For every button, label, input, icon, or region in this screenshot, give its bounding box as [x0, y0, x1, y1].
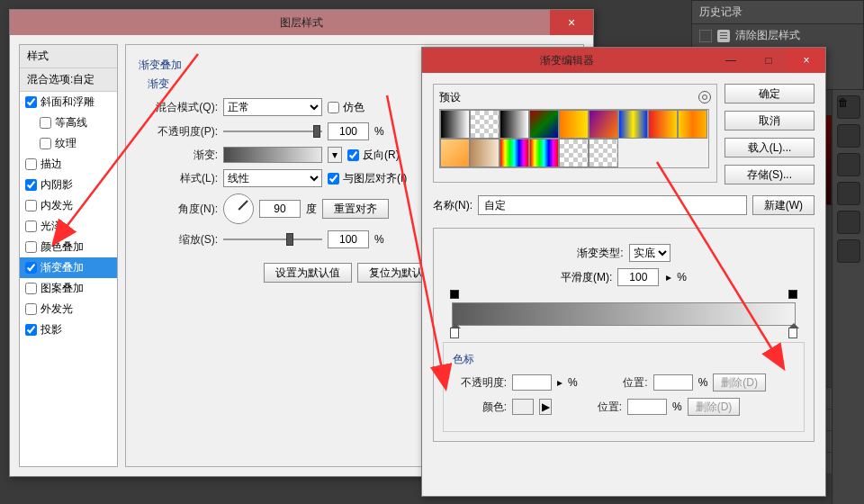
- history-item[interactable]: 清除图层样式: [692, 24, 863, 47]
- style-label: 图案叠加: [40, 281, 84, 296]
- new-button[interactable]: 新建(W): [752, 195, 814, 215]
- opacity-stop-right[interactable]: [788, 290, 797, 299]
- name-label: 名称(N):: [433, 198, 472, 213]
- blend-header[interactable]: 混合选项:自定: [20, 68, 117, 92]
- preset-swatch[interactable]: [470, 110, 500, 139]
- styles-header[interactable]: 样式: [20, 45, 117, 68]
- style-item-外发光[interactable]: 外发光: [20, 299, 117, 320]
- tool-icon[interactable]: [837, 211, 860, 234]
- gradient-picker[interactable]: [223, 147, 322, 163]
- scale-input[interactable]: [328, 230, 369, 248]
- smooth-input[interactable]: [617, 268, 659, 286]
- history-checkbox-icon: [699, 30, 712, 42]
- preset-swatch[interactable]: [500, 110, 529, 139]
- tool-icon[interactable]: 🗑: [837, 95, 860, 119]
- geditor-titlebar[interactable]: 渐变编辑器 — □ ×: [422, 48, 825, 73]
- style-checkbox[interactable]: [40, 138, 51, 149]
- tool-icon[interactable]: [837, 239, 860, 263]
- style-item-渐变叠加[interactable]: 渐变叠加: [20, 257, 117, 278]
- tool-icon[interactable]: [837, 153, 860, 176]
- type-label: 渐变类型:: [577, 246, 623, 261]
- preset-swatch[interactable]: [440, 139, 470, 167]
- preset-swatch[interactable]: [529, 139, 559, 167]
- style-item-颜色叠加[interactable]: 颜色叠加: [20, 237, 117, 257]
- preset-swatch[interactable]: [440, 110, 470, 139]
- save-button[interactable]: 存储(S)...: [724, 165, 814, 184]
- align-checkbox[interactable]: 与图层对齐(I): [328, 171, 407, 186]
- color-swatch: [512, 399, 534, 415]
- dropdown-icon[interactable]: ▾: [328, 147, 342, 163]
- angle-unit: 度: [306, 202, 317, 217]
- delete-color-stop-button: 删除(D): [688, 398, 741, 416]
- preset-swatch[interactable]: [589, 139, 618, 167]
- gradient-type-group: 渐变类型: 实底 平滑度(M): ▸ % 色标 不透明度: ▸: [433, 228, 814, 442]
- style-checkbox[interactable]: [25, 200, 37, 212]
- style-checkbox[interactable]: [25, 220, 37, 232]
- style-item-纹理[interactable]: 纹理: [20, 133, 117, 154]
- name-input[interactable]: [478, 195, 747, 215]
- style-checkbox[interactable]: [25, 179, 37, 191]
- blend-mode-select[interactable]: 正常: [223, 98, 322, 116]
- tool-icon[interactable]: [837, 124, 860, 148]
- style-item-图案叠加[interactable]: 图案叠加: [20, 278, 117, 299]
- tool-icon[interactable]: [837, 182, 860, 205]
- opacity-stop-left[interactable]: [450, 290, 459, 299]
- cancel-button[interactable]: 取消: [724, 111, 814, 130]
- document-icon: [717, 30, 730, 42]
- style-checkbox[interactable]: [25, 262, 37, 274]
- scale-label: 缩放(S):: [139, 232, 218, 248]
- style-select[interactable]: 线性: [223, 169, 322, 187]
- geditor-right-buttons: 确定 取消 载入(L)... 存储(S)...: [724, 84, 814, 184]
- preset-swatch[interactable]: [618, 110, 648, 139]
- dither-checkbox[interactable]: 仿色: [328, 100, 364, 115]
- preset-swatch[interactable]: [500, 139, 529, 167]
- style-checkbox[interactable]: [25, 96, 37, 108]
- preset-swatch[interactable]: [559, 139, 589, 167]
- color-stop-right[interactable]: [788, 328, 797, 338]
- style-label: 外发光: [40, 302, 73, 317]
- close-button[interactable]: ×: [550, 10, 593, 35]
- style-item-描边[interactable]: 描边: [20, 154, 117, 175]
- scale-slider[interactable]: [223, 236, 322, 243]
- angle-dial[interactable]: [223, 194, 254, 224]
- style-checkbox[interactable]: [25, 283, 37, 294]
- gradient-edit-bar[interactable]: [452, 302, 796, 326]
- preset-swatch[interactable]: [678, 110, 707, 139]
- presets-label: 预设: [439, 90, 461, 105]
- style-item-内发光[interactable]: 内发光: [20, 195, 117, 216]
- preset-swatch[interactable]: [470, 139, 500, 167]
- style-checkbox[interactable]: [40, 117, 51, 129]
- preset-swatch[interactable]: [589, 110, 618, 139]
- close-button[interactable]: ×: [788, 48, 825, 73]
- angle-input[interactable]: [259, 200, 301, 218]
- opacity-slider[interactable]: [223, 128, 322, 135]
- opacity-label: 不透明度(P):: [139, 124, 218, 140]
- style-checkbox[interactable]: [25, 241, 37, 253]
- preset-swatch[interactable]: [529, 110, 559, 139]
- gear-icon[interactable]: [698, 91, 711, 104]
- load-button[interactable]: 载入(L)...: [724, 138, 814, 158]
- style-item-斜面和浮雕[interactable]: 斜面和浮雕: [20, 92, 117, 112]
- style-item-内阴影[interactable]: 内阴影: [20, 175, 117, 195]
- angle-label: 角度(N):: [139, 202, 218, 217]
- style-checkbox[interactable]: [25, 324, 37, 336]
- dialog-titlebar[interactable]: 图层样式 ×: [10, 10, 593, 35]
- reverse-checkbox[interactable]: 反向(R): [347, 148, 400, 163]
- style-item-等高线[interactable]: 等高线: [20, 112, 117, 133]
- geditor-title: 渐变编辑器: [422, 53, 712, 68]
- style-item-投影[interactable]: 投影: [20, 320, 117, 340]
- maximize-button[interactable]: □: [750, 48, 788, 73]
- ok-button[interactable]: 确定: [724, 84, 814, 104]
- reset-align-button[interactable]: 重置对齐: [322, 199, 389, 219]
- minimize-button[interactable]: —: [712, 48, 750, 73]
- gradient-track[interactable]: [452, 302, 796, 326]
- preset-swatch[interactable]: [559, 110, 589, 139]
- set-default-button[interactable]: 设置为默认值: [264, 263, 352, 283]
- style-checkbox[interactable]: [25, 303, 37, 315]
- style-item-光泽[interactable]: 光泽: [20, 216, 117, 237]
- color-stop-left[interactable]: [450, 328, 459, 338]
- type-select[interactable]: 实底: [629, 244, 670, 262]
- opacity-input[interactable]: [328, 122, 369, 140]
- preset-swatch[interactable]: [648, 110, 678, 139]
- style-checkbox[interactable]: [25, 158, 37, 170]
